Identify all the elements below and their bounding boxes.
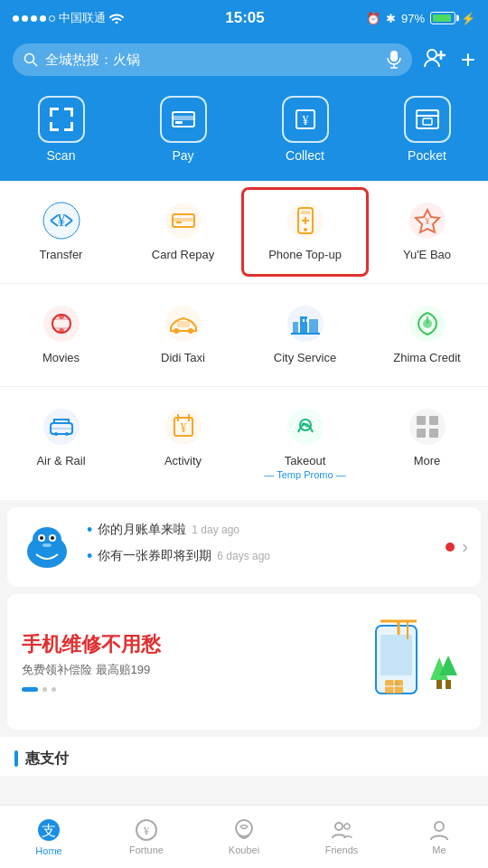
- svg-point-78: [40, 536, 43, 540]
- banner-title-normal: 不用愁: [101, 633, 161, 656]
- svg-rect-49: [293, 322, 298, 333]
- feed-arrow-icon: ›: [462, 536, 468, 557]
- bottom-nav-home[interactable]: 支 Home: [0, 806, 98, 868]
- svg-point-41: [59, 328, 64, 334]
- battery-percent: 97%: [401, 12, 425, 25]
- svg-text:支: 支: [42, 823, 56, 838]
- svg-rect-50: [300, 316, 307, 333]
- grid-row-1: ¥ Transfer Card Repay: [0, 181, 488, 283]
- time-display: 15:05: [225, 9, 264, 27]
- koubei-icon: [232, 818, 256, 842]
- svg-rect-17: [173, 116, 194, 120]
- card-repay-icon: [164, 201, 203, 241]
- banner-dot-2: [42, 687, 47, 692]
- svg-rect-32: [301, 211, 310, 214]
- grid-transfer[interactable]: ¥ Transfer: [0, 190, 122, 274]
- status-right: ⏰ ✱ 97% ⚡: [366, 12, 475, 25]
- grid-zhima-credit[interactable]: Zhima Credit: [366, 293, 488, 377]
- svg-rect-18: [175, 121, 183, 124]
- svg-rect-51: [309, 319, 318, 333]
- collect-icon-box: ¥: [282, 96, 329, 143]
- grid-card-repay[interactable]: Card Repay: [122, 190, 244, 274]
- air-rail-icon: [42, 407, 81, 447]
- banner-illustration: [322, 612, 466, 712]
- svg-point-69: [409, 409, 446, 445]
- svg-rect-73: [429, 429, 438, 438]
- plus-icon[interactable]: +: [461, 45, 475, 74]
- svg-point-79: [51, 536, 54, 540]
- pocket-icon-box: [404, 96, 451, 143]
- banner-title: 手机维修不用愁: [22, 631, 161, 658]
- svg-rect-21: [417, 110, 438, 128]
- microphone-icon[interactable]: [387, 51, 401, 69]
- grid-air-rail[interactable]: Air & Rail: [0, 396, 122, 491]
- feed-card[interactable]: 你的月账单来啦 1 day ago 你有一张券即将到期 6 days ago ›: [7, 507, 481, 587]
- city-service-label: City Service: [274, 351, 336, 366]
- search-bar[interactable]: 全城热搜：火锅: [13, 43, 412, 76]
- banner-pagination: [22, 687, 161, 692]
- bottom-nav-fortune[interactable]: ¥ Fortune: [98, 806, 195, 868]
- scan-label: Scan: [47, 148, 76, 163]
- didi-taxi-icon: [164, 304, 203, 344]
- yue-bao-icon: ¥: [408, 201, 447, 241]
- status-bar: 中国联通 15:05 ⏰ ✱ 97% ⚡: [0, 0, 488, 36]
- grid-didi-taxi[interactable]: Didi Taxi: [122, 293, 244, 377]
- add-contact-icon[interactable]: [421, 45, 446, 74]
- section-header: 惠支付: [0, 737, 488, 776]
- bottom-navigation: 支 Home ¥ Fortune Koubei: [0, 805, 488, 868]
- grid-more[interactable]: More: [366, 396, 488, 491]
- grid-movies[interactable]: Movies: [0, 293, 122, 377]
- movies-label: Movies: [42, 351, 80, 366]
- banner-card[interactable]: 手机维修不用愁 免费领补偿险 最高赔199: [7, 594, 481, 730]
- svg-rect-11: [70, 108, 73, 117]
- bottom-nav-me[interactable]: Me: [390, 806, 488, 868]
- pay-icon-box: [160, 96, 207, 143]
- svg-rect-70: [417, 416, 426, 425]
- header: 全城热搜：火锅 +: [0, 36, 488, 89]
- svg-text:¥: ¥: [180, 421, 186, 435]
- bottom-nav-koubei[interactable]: Koubei: [195, 806, 293, 868]
- grid-activity[interactable]: ¥ Activity: [122, 396, 244, 491]
- svg-rect-71: [429, 416, 438, 425]
- nav-pocket[interactable]: Pocket: [366, 89, 488, 170]
- svg-rect-2: [390, 51, 398, 61]
- svg-rect-23: [423, 118, 432, 125]
- bottom-nav-friends[interactable]: Friends: [293, 806, 390, 868]
- nav-scan[interactable]: Scan: [0, 89, 122, 170]
- svg-point-67: [287, 409, 324, 445]
- svg-point-0: [25, 54, 34, 63]
- takeout-promo-label: — Temp Promo —: [264, 469, 345, 480]
- svg-point-40: [59, 314, 64, 319]
- svg-point-101: [435, 822, 444, 831]
- home-icon: 支: [36, 817, 61, 843]
- feed-text-2: 你有一张券即将到期: [98, 548, 211, 564]
- nav-collect[interactable]: ¥ Collect: [244, 89, 366, 170]
- home-label: Home: [35, 845, 61, 856]
- svg-rect-22: [417, 115, 438, 117]
- friends-icon: [330, 818, 353, 842]
- svg-rect-13: [50, 122, 52, 131]
- svg-point-99: [335, 823, 343, 830]
- svg-rect-90: [446, 680, 451, 689]
- nav-pay[interactable]: Pay: [122, 89, 244, 170]
- status-left: 中国联通: [13, 10, 124, 26]
- transfer-icon: ¥: [42, 201, 81, 241]
- svg-rect-15: [70, 122, 73, 131]
- more-icon: [408, 407, 447, 447]
- grid-phone-topup[interactable]: Phone Top-up: [241, 187, 369, 277]
- fortune-label: Fortune: [129, 844, 164, 855]
- grid-yue-bao[interactable]: ¥ Yu'E Bao: [366, 190, 488, 274]
- friends-label: Friends: [325, 844, 359, 855]
- svg-rect-28: [173, 218, 194, 222]
- zhima-credit-icon: [408, 304, 447, 344]
- svg-point-59: [54, 432, 58, 436]
- battery-icon: [430, 12, 455, 24]
- activity-label: Activity: [164, 454, 202, 469]
- grid-takeout[interactable]: Takeout — Temp Promo —: [244, 396, 366, 491]
- svg-line-1: [33, 62, 38, 67]
- svg-text:¥: ¥: [302, 114, 308, 127]
- grid-city-service[interactable]: City Service: [244, 293, 366, 377]
- pocket-label: Pocket: [408, 148, 446, 163]
- scan-icon-box: [38, 96, 85, 143]
- phone-topup-label: Phone Top-up: [268, 248, 342, 263]
